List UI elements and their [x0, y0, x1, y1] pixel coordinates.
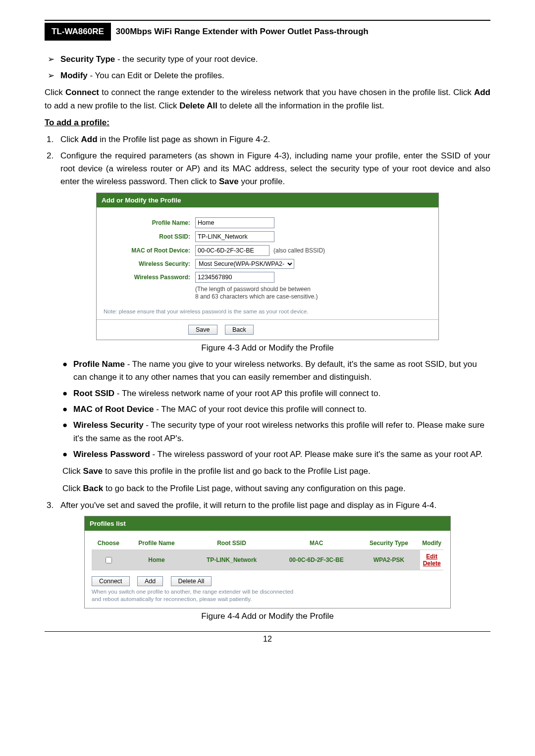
paragraph: Click Save to save this profile in the p… — [62, 465, 490, 478]
section-heading: To add a profile: — [45, 116, 490, 129]
page-number: 12 — [45, 631, 490, 644]
page-header: TL-WA860RE 300Mbps WiFi Range Extender w… — [45, 23, 490, 41]
connect-button[interactable]: Connect — [92, 576, 130, 586]
col-security-type: Security Type — [358, 537, 421, 550]
mac-hint: (also called BSSID) — [273, 247, 325, 254]
figure-caption: Figure 4-3 Add or Modify the Profile — [45, 343, 490, 353]
panel-title: Profiles list — [85, 516, 450, 531]
cell-security-type: WPA2-PSK — [358, 550, 421, 570]
add-modify-profile-panel: Add or Modify the Profile Profile Name: … — [96, 193, 439, 340]
panel-note: When you switch one profile to another, … — [85, 588, 450, 608]
paragraph: Click Connect to connect the range exten… — [45, 86, 490, 112]
paragraph: Click Back to go back to the Profile Lis… — [62, 482, 490, 495]
col-choose: Choose — [92, 537, 125, 550]
col-modify: Modify — [420, 537, 443, 550]
cell-profile-name: Home — [125, 550, 188, 570]
panel-title: Add or Modify the Profile — [97, 193, 438, 207]
mac-label: MAC of Root Device: — [104, 247, 195, 254]
term: Security Type — [60, 54, 115, 64]
security-select[interactable]: Most Secure(WPA-PSK/WPA2-PS — [195, 259, 294, 269]
arrow-icon: ➢ — [48, 69, 60, 82]
list-item: ●Root SSID - The wireless network name o… — [62, 387, 490, 400]
save-button[interactable]: Save — [188, 325, 217, 335]
table-row: Home TP-LINK_Network 00-0C-6D-2F-3C-BE W… — [92, 550, 443, 570]
add-button[interactable]: Add — [137, 576, 163, 586]
delete-link[interactable]: Delete — [423, 560, 441, 567]
security-label: Wireless Security: — [104, 260, 195, 267]
col-root-ssid: Root SSID — [188, 537, 275, 550]
cell-root-ssid: TP-LINK_Network — [188, 550, 275, 570]
step-item: 3. After you've set and saved the profil… — [47, 499, 490, 512]
profiles-table: Choose Profile Name Root SSID MAC Securi… — [92, 537, 443, 570]
back-button[interactable]: Back — [225, 325, 254, 335]
list-item: ●MAC of Root Device - The MAC of your ro… — [62, 403, 490, 416]
cell-mac: 00-0C-6D-2F-3C-BE — [275, 550, 358, 570]
list-item: ●Wireless Security - The security type o… — [62, 419, 490, 445]
root-ssid-label: Root SSID: — [104, 233, 195, 240]
mac-input[interactable] — [195, 245, 269, 256]
model-badge: TL-WA860RE — [45, 23, 111, 41]
col-profile-name: Profile Name — [125, 537, 188, 550]
term: Modify — [60, 71, 88, 80]
list-item: ➢ Security Type - the security type of y… — [48, 52, 490, 66]
password-label: Wireless Password: — [104, 274, 195, 281]
list-item: ➢ Modify - You can Edit or Delete the pr… — [48, 69, 490, 82]
list-item: ●Wireless Password - The wireless passwo… — [62, 448, 490, 461]
panel-note: Note: please ensure that your wireless p… — [97, 306, 438, 319]
figure-caption: Figure 4-4 Add or Modify the Profile — [45, 611, 490, 621]
root-ssid-input[interactable] — [195, 231, 274, 242]
step-item: 2. Configure the required parameters (as… — [47, 150, 490, 189]
password-hint: (The length of password should be betwee… — [195, 286, 431, 301]
profile-name-input[interactable] — [195, 217, 274, 228]
password-input[interactable] — [195, 272, 274, 283]
col-mac: MAC — [275, 537, 358, 550]
delete-all-button[interactable]: Delete All — [171, 576, 212, 586]
arrow-icon: ➢ — [48, 52, 60, 66]
profile-name-label: Profile Name: — [104, 219, 195, 226]
step-item: 1. Click Add in the Profile list page as… — [47, 133, 490, 146]
edit-link[interactable]: Edit — [426, 553, 437, 560]
choose-checkbox[interactable] — [106, 557, 112, 563]
header-title: 300Mbps WiFi Range Extender with Power O… — [116, 27, 369, 37]
list-item: ●Profile Name - The name you give to you… — [62, 358, 490, 384]
profiles-list-panel: Profiles list Choose Profile Name Root S… — [84, 516, 451, 608]
